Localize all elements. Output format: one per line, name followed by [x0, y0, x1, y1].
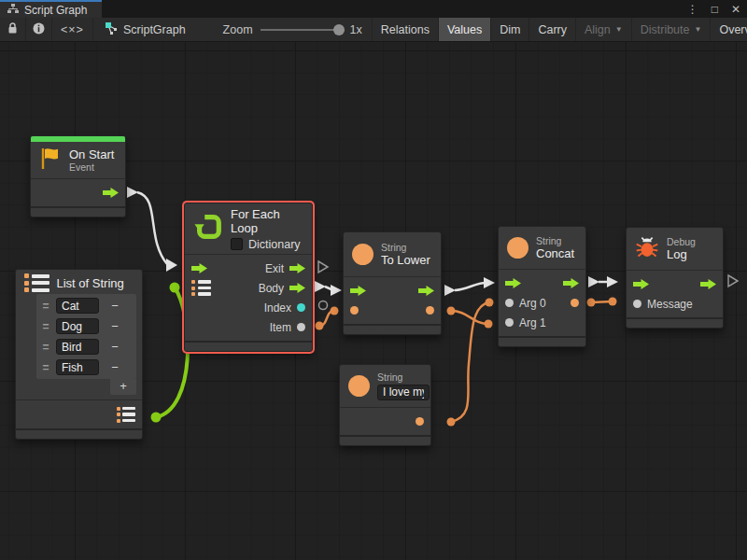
node-title: On Start [69, 147, 114, 161]
toolbar-button-overview[interactable]: Overview [711, 18, 747, 41]
node-footer [344, 324, 441, 334]
tab-label: Script Graph [24, 4, 87, 17]
index-out-port[interactable] [297, 303, 305, 312]
flow-out-port[interactable] [103, 188, 119, 198]
tab-script-graph[interactable]: Script Graph [0, 0, 102, 18]
port-label-arg0: Arg 0 [519, 297, 546, 310]
flow-in-port[interactable] [350, 286, 366, 296]
zoom-control: Zoom 1x [197, 18, 373, 41]
drag-handle[interactable]: = [40, 361, 51, 374]
window-tab-bar: Script Graph ⋮ □ ✕ [0, 0, 747, 18]
info-button[interactable] [26, 18, 52, 41]
node-footer [16, 428, 142, 439]
chevron-down-icon: ▼ [615, 25, 623, 34]
exit-out-port[interactable] [289, 263, 305, 273]
wire-list-to-foreach[interactable] [151, 283, 189, 423]
port-label-arg1: Arg 1 [519, 316, 546, 329]
log-exit-port-indicator [728, 275, 738, 287]
node-concat[interactable]: String Concat Arg 0 Arg 1 [498, 226, 586, 347]
list-out-port[interactable] [117, 407, 136, 423]
body-out-port[interactable] [289, 283, 305, 293]
list-icon [24, 273, 49, 292]
node-footer [185, 341, 312, 351]
toolbar-button-values[interactable]: Values [439, 18, 491, 41]
result-out-port[interactable] [571, 299, 579, 307]
wire-foreach-body-to-tolower[interactable] [315, 281, 342, 296]
flow-out-port[interactable] [563, 278, 579, 288]
loop-icon [193, 212, 223, 245]
flow-in-port[interactable] [505, 278, 521, 288]
list-item-row: = − [40, 338, 133, 356]
zoom-slider[interactable] [261, 29, 343, 31]
flow-in-port[interactable] [633, 279, 649, 289]
arg0-in-port[interactable] [505, 299, 514, 307]
zoom-value: 1x [350, 23, 362, 36]
node-category: Debug [667, 236, 696, 247]
node-string-literal[interactable]: String [339, 364, 431, 446]
list-item-field[interactable] [56, 359, 99, 375]
add-item-button[interactable]: + [110, 379, 136, 395]
remove-item-button[interactable]: − [104, 318, 126, 334]
list-item-field[interactable] [56, 339, 99, 355]
node-category: String [536, 235, 574, 246]
value-out-port[interactable] [416, 417, 424, 426]
node-for-each-loop[interactable]: For Each Loop Dictionary Exit [184, 203, 313, 352]
value-out-port[interactable] [426, 306, 434, 315]
wire-tolower-to-arg1[interactable] [447, 307, 493, 329]
node-to-lower[interactable]: String To Lower [343, 231, 442, 335]
node-title: For Each Loop [231, 207, 303, 235]
code-preview-button[interactable]: <×> [52, 18, 93, 41]
wire-concat-to-message[interactable] [587, 298, 617, 307]
remove-item-button[interactable]: − [104, 339, 126, 355]
window-maximize-button[interactable]: □ [705, 3, 725, 16]
drag-handle[interactable]: = [40, 300, 51, 313]
graph-canvas[interactable]: On Start Event List of String = [0, 42, 747, 560]
flow-in-port[interactable] [191, 263, 207, 273]
node-debug-log[interactable]: Debug Log Message [626, 227, 724, 329]
toolbar-button-align[interactable]: Align ▼ [576, 18, 632, 41]
remove-item-button[interactable]: − [104, 298, 126, 314]
remove-item-button[interactable]: − [104, 359, 126, 375]
graph-name-label: ScriptGraph [123, 23, 186, 36]
node-title: Log [667, 247, 696, 261]
zoom-slider-handle[interactable] [333, 24, 345, 35]
flow-out-port[interactable] [700, 279, 716, 289]
list-in-port[interactable] [191, 280, 211, 296]
wire-tolower-to-concat[interactable] [444, 277, 495, 296]
list-item-field[interactable] [56, 298, 99, 314]
string-value-field[interactable] [377, 385, 430, 400]
list-editor: = − = − = − = − [36, 294, 136, 395]
node-title: Concat [536, 246, 574, 260]
list-item-row: = − [40, 297, 133, 315]
toolbar-button-dim[interactable]: Dim [491, 18, 529, 41]
message-in-port[interactable] [633, 300, 641, 308]
item-out-port[interactable] [297, 323, 305, 331]
dictionary-checkbox[interactable] [231, 238, 243, 250]
node-footer [499, 336, 585, 346]
lock-button[interactable] [0, 18, 26, 41]
list-item-field[interactable] [56, 318, 99, 334]
flow-out-port[interactable] [418, 286, 434, 296]
toolbar-button-relations[interactable]: Relations [373, 18, 439, 41]
code-icon: <×> [61, 23, 84, 36]
zoom-label: Zoom [223, 23, 253, 36]
port-label-message: Message [647, 298, 693, 311]
node-list-of-string[interactable]: List of String = − = − = − [15, 269, 143, 440]
node-footer [31, 206, 125, 217]
node-on-start[interactable]: On Start Event [30, 135, 126, 217]
arg1-in-port[interactable] [505, 318, 514, 327]
toolbar-button-carry[interactable]: Carry [529, 18, 576, 41]
string-icon [348, 375, 370, 397]
drag-handle[interactable]: = [40, 320, 51, 333]
exit-port-indicator [318, 261, 328, 273]
toolbar-button-distribute[interactable]: Distribute ▼ [632, 18, 712, 41]
wire-concat-to-log[interactable] [588, 276, 618, 287]
value-in-port[interactable] [350, 306, 359, 315]
wire-foreach-item-to-tolower[interactable] [316, 307, 339, 330]
wire-onstart-to-foreach[interactable] [127, 187, 177, 272]
graph-toolbar: <×> ScriptGraph Zoom 1x Relations Values… [0, 18, 747, 42]
drag-handle[interactable]: = [40, 341, 51, 354]
window-close-button[interactable]: ✕ [725, 3, 747, 16]
window-menu-button[interactable]: ⋮ [681, 3, 705, 16]
graph-breadcrumb[interactable]: ScriptGraph [93, 18, 197, 41]
